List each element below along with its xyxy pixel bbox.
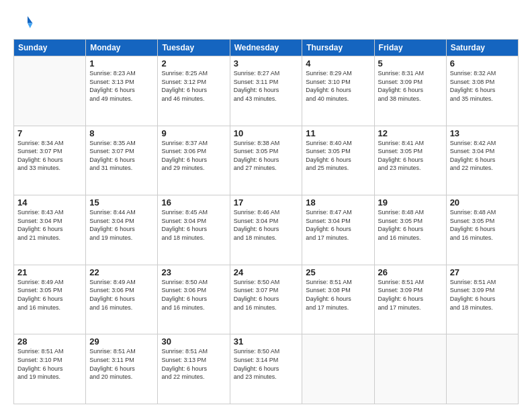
logo-icon	[13, 12, 34, 32]
day-info: Sunrise: 8:40 AM Sunset: 3:05 PM Dayligh…	[306, 139, 370, 173]
day-number: 3	[234, 58, 299, 68]
day-cell	[14, 56, 86, 126]
header	[13, 12, 519, 32]
day-number: 2	[161, 58, 226, 68]
day-cell: 8Sunrise: 8:35 AM Sunset: 3:07 PM Daylig…	[86, 126, 158, 195]
day-number: 6	[450, 58, 515, 68]
day-info: Sunrise: 8:43 AM Sunset: 3:04 PM Dayligh…	[17, 208, 82, 242]
day-cell: 30Sunrise: 8:51 AM Sunset: 3:13 PM Dayli…	[158, 334, 230, 404]
day-cell: 27Sunrise: 8:51 AM Sunset: 3:09 PM Dayli…	[446, 265, 518, 334]
day-cell: 7Sunrise: 8:34 AM Sunset: 3:07 PM Daylig…	[14, 126, 86, 195]
day-info: Sunrise: 8:48 AM Sunset: 3:05 PM Dayligh…	[378, 208, 443, 242]
day-info: Sunrise: 8:50 AM Sunset: 3:06 PM Dayligh…	[161, 278, 226, 312]
day-number: 27	[450, 267, 515, 277]
day-number: 10	[234, 128, 299, 138]
day-number: 11	[306, 128, 370, 138]
day-number: 28	[17, 336, 82, 347]
day-number: 1	[89, 58, 154, 68]
day-info: Sunrise: 8:49 AM Sunset: 3:06 PM Dayligh…	[89, 278, 154, 312]
day-info: Sunrise: 8:45 AM Sunset: 3:04 PM Dayligh…	[161, 208, 226, 242]
day-cell: 18Sunrise: 8:47 AM Sunset: 3:04 PM Dayli…	[302, 195, 374, 265]
day-header-friday: Friday	[374, 40, 446, 56]
week-row-4: 21Sunrise: 8:49 AM Sunset: 3:05 PM Dayli…	[14, 265, 519, 334]
day-cell: 16Sunrise: 8:45 AM Sunset: 3:04 PM Dayli…	[158, 195, 230, 265]
day-info: Sunrise: 8:51 AM Sunset: 3:08 PM Dayligh…	[306, 278, 370, 312]
day-info: Sunrise: 8:27 AM Sunset: 3:11 PM Dayligh…	[234, 69, 299, 103]
day-number: 19	[378, 197, 443, 208]
svg-marker-0	[28, 16, 33, 24]
day-info: Sunrise: 8:32 AM Sunset: 3:08 PM Dayligh…	[450, 69, 515, 103]
day-cell: 23Sunrise: 8:50 AM Sunset: 3:06 PM Dayli…	[158, 265, 230, 334]
day-info: Sunrise: 8:37 AM Sunset: 3:06 PM Dayligh…	[161, 139, 226, 173]
day-number: 5	[378, 58, 443, 68]
day-cell: 2Sunrise: 8:25 AM Sunset: 3:12 PM Daylig…	[158, 56, 230, 126]
day-number: 8	[89, 128, 154, 138]
day-number: 31	[234, 336, 299, 347]
day-cell: 24Sunrise: 8:50 AM Sunset: 3:07 PM Dayli…	[230, 265, 302, 334]
day-header-tuesday: Tuesday	[158, 40, 230, 56]
day-info: Sunrise: 8:34 AM Sunset: 3:07 PM Dayligh…	[17, 139, 82, 173]
day-info: Sunrise: 8:50 AM Sunset: 3:07 PM Dayligh…	[234, 278, 299, 312]
day-cell: 1Sunrise: 8:23 AM Sunset: 3:13 PM Daylig…	[86, 56, 158, 126]
day-number: 24	[234, 267, 299, 277]
day-number: 9	[161, 128, 226, 138]
day-info: Sunrise: 8:47 AM Sunset: 3:04 PM Dayligh…	[306, 208, 370, 242]
day-cell: 17Sunrise: 8:46 AM Sunset: 3:04 PM Dayli…	[230, 195, 302, 265]
day-cell	[302, 334, 374, 404]
day-info: Sunrise: 8:50 AM Sunset: 3:14 PM Dayligh…	[234, 347, 299, 381]
day-number: 20	[450, 197, 515, 208]
day-cell	[374, 334, 446, 404]
page: SundayMondayTuesdayWednesdayThursdayFrid…	[0, 0, 532, 411]
day-info: Sunrise: 8:29 AM Sunset: 3:10 PM Dayligh…	[306, 69, 370, 103]
day-cell: 12Sunrise: 8:41 AM Sunset: 3:05 PM Dayli…	[374, 126, 446, 195]
day-info: Sunrise: 8:51 AM Sunset: 3:10 PM Dayligh…	[17, 347, 82, 381]
day-cell: 15Sunrise: 8:44 AM Sunset: 3:04 PM Dayli…	[86, 195, 158, 265]
week-row-2: 7Sunrise: 8:34 AM Sunset: 3:07 PM Daylig…	[14, 126, 519, 195]
day-cell: 21Sunrise: 8:49 AM Sunset: 3:05 PM Dayli…	[14, 265, 86, 334]
day-info: Sunrise: 8:38 AM Sunset: 3:05 PM Dayligh…	[234, 139, 299, 173]
day-number: 15	[89, 197, 154, 208]
day-info: Sunrise: 8:51 AM Sunset: 3:13 PM Dayligh…	[161, 347, 226, 381]
day-cell: 13Sunrise: 8:42 AM Sunset: 3:04 PM Dayli…	[446, 126, 518, 195]
day-cell	[446, 334, 518, 404]
day-cell: 6Sunrise: 8:32 AM Sunset: 3:08 PM Daylig…	[446, 56, 518, 126]
day-info: Sunrise: 8:51 AM Sunset: 3:11 PM Dayligh…	[89, 347, 154, 381]
day-cell: 4Sunrise: 8:29 AM Sunset: 3:10 PM Daylig…	[302, 56, 374, 126]
day-info: Sunrise: 8:46 AM Sunset: 3:04 PM Dayligh…	[234, 208, 299, 242]
day-number: 29	[89, 336, 154, 347]
day-cell: 29Sunrise: 8:51 AM Sunset: 3:11 PM Dayli…	[86, 334, 158, 404]
day-cell: 22Sunrise: 8:49 AM Sunset: 3:06 PM Dayli…	[86, 265, 158, 334]
day-header-sunday: Sunday	[14, 40, 86, 56]
day-cell: 3Sunrise: 8:27 AM Sunset: 3:11 PM Daylig…	[230, 56, 302, 126]
day-number: 25	[306, 267, 370, 277]
day-info: Sunrise: 8:42 AM Sunset: 3:04 PM Dayligh…	[450, 139, 515, 173]
day-cell: 9Sunrise: 8:37 AM Sunset: 3:06 PM Daylig…	[158, 126, 230, 195]
day-cell: 5Sunrise: 8:31 AM Sunset: 3:09 PM Daylig…	[374, 56, 446, 126]
day-info: Sunrise: 8:25 AM Sunset: 3:12 PM Dayligh…	[161, 69, 226, 103]
calendar: SundayMondayTuesdayWednesdayThursdayFrid…	[13, 39, 519, 404]
svg-marker-1	[28, 24, 33, 29]
day-info: Sunrise: 8:31 AM Sunset: 3:09 PM Dayligh…	[378, 69, 443, 103]
week-row-1: 1Sunrise: 8:23 AM Sunset: 3:13 PM Daylig…	[14, 56, 519, 126]
day-cell: 31Sunrise: 8:50 AM Sunset: 3:14 PM Dayli…	[230, 334, 302, 404]
day-cell: 11Sunrise: 8:40 AM Sunset: 3:05 PM Dayli…	[302, 126, 374, 195]
calendar-header-row: SundayMondayTuesdayWednesdayThursdayFrid…	[14, 40, 519, 56]
day-number: 22	[89, 267, 154, 277]
day-info: Sunrise: 8:49 AM Sunset: 3:05 PM Dayligh…	[17, 278, 82, 312]
day-number: 21	[17, 267, 82, 277]
day-info: Sunrise: 8:44 AM Sunset: 3:04 PM Dayligh…	[89, 208, 154, 242]
day-number: 12	[378, 128, 443, 138]
day-header-monday: Monday	[86, 40, 158, 56]
day-info: Sunrise: 8:51 AM Sunset: 3:09 PM Dayligh…	[450, 278, 515, 312]
day-cell: 10Sunrise: 8:38 AM Sunset: 3:05 PM Dayli…	[230, 126, 302, 195]
day-number: 14	[17, 197, 82, 208]
week-row-5: 28Sunrise: 8:51 AM Sunset: 3:10 PM Dayli…	[14, 334, 519, 404]
day-cell: 28Sunrise: 8:51 AM Sunset: 3:10 PM Dayli…	[14, 334, 86, 404]
day-number: 16	[161, 197, 226, 208]
day-number: 30	[161, 336, 226, 347]
logo	[13, 12, 35, 32]
day-header-wednesday: Wednesday	[230, 40, 302, 56]
day-cell: 14Sunrise: 8:43 AM Sunset: 3:04 PM Dayli…	[14, 195, 86, 265]
day-number: 13	[450, 128, 515, 138]
day-info: Sunrise: 8:35 AM Sunset: 3:07 PM Dayligh…	[89, 139, 154, 173]
